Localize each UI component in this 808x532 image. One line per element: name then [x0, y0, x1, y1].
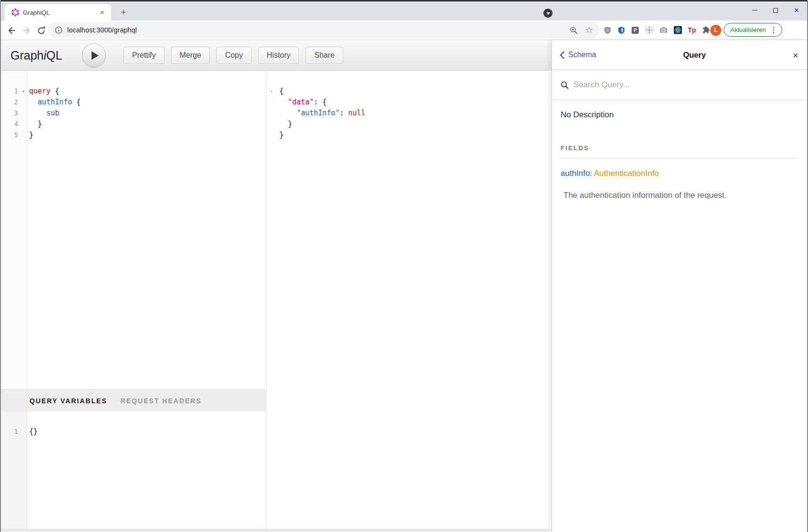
- code-token: sub: [46, 109, 59, 117]
- url-text: localhost:3000/graphql: [67, 26, 570, 34]
- result-lines: ▾{ "data": { "authInfo": null }}: [266, 86, 552, 141]
- bookmark-star-icon[interactable]: ☆: [585, 26, 593, 34]
- fold-spacer: [20, 426, 27, 437]
- maximize-button[interactable]: [765, 1, 786, 19]
- browser-tab-graphiql[interactable]: GraphiQL ×: [5, 4, 111, 20]
- fold-spacer: [20, 108, 27, 119]
- line-number: 5: [0, 130, 20, 141]
- fold-marker-icon[interactable]: ▾: [266, 86, 277, 97]
- variables-editor[interactable]: 1{}: [0, 411, 266, 532]
- zoom-icon[interactable]: [570, 26, 578, 34]
- update-chip-label: Aktualisieren: [730, 26, 766, 33]
- tab-search-button[interactable]: [543, 9, 552, 18]
- code-token: }: [29, 120, 42, 128]
- svg-text:P: P: [634, 28, 637, 33]
- toolbar-button-share[interactable]: Share: [306, 47, 343, 64]
- code-line: }: [266, 130, 552, 141]
- toolbar-button-prettify[interactable]: Prettify: [123, 47, 164, 64]
- doc-back-button[interactable]: Schema: [560, 51, 596, 59]
- fold-spacer: [20, 130, 27, 141]
- back-button[interactable]: [6, 25, 17, 36]
- crosshair-extension-icon[interactable]: [645, 26, 654, 34]
- doc-search-bar: [552, 70, 808, 100]
- fold-spacer: [266, 119, 277, 130]
- code-token: {: [72, 98, 81, 106]
- code-line: 3 sub: [0, 108, 266, 119]
- tab-title: GraphiQL: [23, 9, 98, 16]
- execute-query-button[interactable]: [82, 43, 106, 67]
- p-extension-icon[interactable]: P: [631, 26, 639, 34]
- tab-query-variables[interactable]: QUERY VARIABLES: [30, 397, 107, 405]
- profile-avatar[interactable]: L: [710, 25, 721, 36]
- code-text: }: [27, 119, 42, 130]
- code-token: [29, 109, 46, 117]
- window-bottom-edge: [0, 529, 552, 532]
- toolbar-button-history[interactable]: History: [258, 47, 299, 64]
- extensions-puzzle-icon[interactable]: [702, 26, 710, 34]
- code-text: "data": {: [277, 97, 327, 108]
- code-token: "data": [288, 98, 314, 106]
- code-token: [29, 98, 38, 106]
- field-separator: :: [590, 169, 594, 178]
- code-line: 4 }: [0, 119, 266, 130]
- type-description: No Description: [561, 110, 798, 120]
- omnibox[interactable]: localhost:3000/graphql ☆: [48, 22, 600, 38]
- doc-explorer-header: Schema Query ×: [552, 40, 808, 70]
- code-line: "data": {: [266, 97, 552, 108]
- tab-strip: GraphiQL × + ×: [0, 1, 808, 20]
- fold-spacer: [20, 119, 27, 130]
- minimize-button[interactable]: [744, 1, 765, 19]
- fold-marker-icon[interactable]: ▾: [20, 86, 27, 97]
- code-text: {}: [27, 426, 38, 437]
- update-chip[interactable]: Aktualisieren ⋮: [724, 23, 782, 37]
- query-editor[interactable]: 1▾query {2 authInfo {3 sub4 }5}: [0, 71, 266, 389]
- code-text: }: [277, 119, 292, 130]
- site-info-icon[interactable]: [55, 26, 62, 34]
- kebab-menu-icon[interactable]: ⋮: [770, 26, 777, 34]
- close-window-button[interactable]: ×: [786, 1, 807, 19]
- ublock-origin-icon[interactable]: [603, 26, 612, 34]
- field-name-link[interactable]: authInfo: [561, 169, 590, 178]
- code-line: "authInfo": null: [266, 108, 552, 119]
- caret-down-icon: [546, 12, 550, 15]
- toolbar-buttons: PrettifyMergeCopyHistoryShare: [123, 40, 343, 71]
- code-token: [279, 109, 297, 117]
- toolbar-button-merge[interactable]: Merge: [171, 47, 210, 64]
- fold-spacer: [266, 130, 277, 141]
- window-controls: ×: [744, 1, 807, 19]
- variables-tabs: QUERY VARIABLESREQUEST HEADERS: [30, 397, 202, 405]
- fold-spacer: [20, 97, 27, 108]
- reload-button[interactable]: [35, 25, 47, 36]
- type-name-link[interactable]: AuthenticationInfo: [594, 169, 659, 178]
- code-token: :: [339, 109, 348, 117]
- result-viewer: ▾{ "data": { "authInfo": null }}: [266, 71, 552, 532]
- new-tab-button[interactable]: +: [117, 6, 130, 19]
- code-text: }: [277, 130, 284, 141]
- editor-pane: 1▾query {2 authInfo {3 sub4 }5} QUERY VA…: [0, 71, 266, 532]
- tab-request-headers[interactable]: REQUEST HEADERS: [121, 397, 202, 405]
- doc-search-input[interactable]: [573, 80, 808, 90]
- variables-title-bar: QUERY VARIABLESREQUEST HEADERS: [0, 389, 266, 411]
- code-text: query {: [27, 86, 59, 97]
- play-icon: [91, 51, 99, 60]
- browser-window: GraphiQL × + ×: [0, 0, 808, 532]
- doc-back-label: Schema: [568, 51, 596, 59]
- tab-close-icon[interactable]: ×: [98, 9, 106, 17]
- extensions-row: P Tp: [603, 20, 710, 40]
- code-token: [279, 98, 288, 106]
- line-number: 1: [0, 86, 20, 97]
- tp-extension-icon[interactable]: Tp: [688, 26, 696, 34]
- line-number: 4: [0, 119, 20, 130]
- search-icon: [561, 81, 569, 89]
- forward-button[interactable]: [21, 25, 32, 36]
- code-token: : {: [314, 98, 327, 106]
- react-devtools-icon[interactable]: [674, 26, 682, 34]
- line-number: 2: [0, 97, 20, 108]
- doc-close-button[interactable]: ×: [793, 50, 798, 60]
- toolbar-button-copy[interactable]: Copy: [216, 47, 251, 64]
- camera-extension-icon[interactable]: [659, 26, 668, 34]
- code-line: 1{}: [0, 426, 266, 437]
- code-token: authInfo: [38, 98, 72, 106]
- bitwarden-icon[interactable]: [617, 26, 625, 34]
- doc-body: No Description FIELDS authInfo: Authenti…: [552, 100, 808, 532]
